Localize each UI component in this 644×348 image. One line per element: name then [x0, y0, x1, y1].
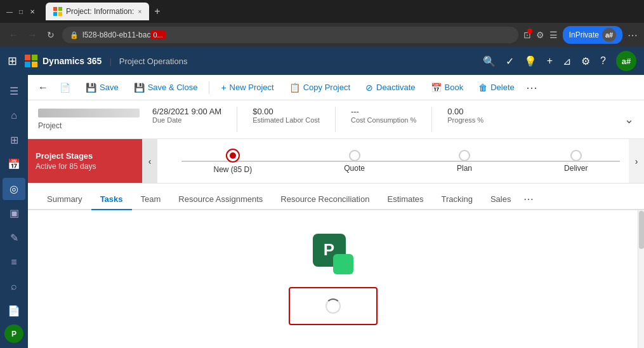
- add-icon[interactable]: +: [547, 55, 553, 67]
- copy-project-button[interactable]: 📋 Copy Project: [283, 79, 357, 96]
- stages-next-button[interactable]: ›: [629, 139, 644, 184]
- collections-icon[interactable]: ☰: [549, 30, 558, 40]
- sidebar-document-icon[interactable]: 📄: [3, 300, 25, 323]
- new-project-button[interactable]: + New Project: [214, 79, 280, 96]
- address-highlight: 0...: [150, 30, 165, 39]
- more-commands-button[interactable]: ⋯: [523, 78, 540, 97]
- due-date-label: Due Date: [152, 116, 221, 124]
- extension-icon[interactable]: ⚙: [536, 30, 544, 40]
- save-close-icon: 💾: [134, 83, 145, 93]
- stage-item-deliver[interactable]: Deliver: [564, 150, 588, 173]
- sidebar-list-icon[interactable]: ≡: [3, 251, 25, 274]
- meta-separator-1: [237, 107, 237, 132]
- stage-name-new: New (85 D): [214, 165, 253, 174]
- stage-item-quote[interactable]: Quote: [344, 150, 365, 173]
- save-close-button[interactable]: 💾 Save & Close: [128, 79, 204, 96]
- stage-name-quote: Quote: [344, 164, 365, 173]
- app-topbar: ⊞ Dynamics 365 | Project Operations 🔍 ✓ …: [0, 47, 644, 75]
- tab-resource-reconciliation[interactable]: Resource Reconciliation: [272, 189, 378, 210]
- ms-project-logo: P: [313, 234, 353, 274]
- inprivate-button[interactable]: InPrivate a#: [563, 26, 622, 44]
- content-area: ← 📄 💾 Save 💾 Save & Close + New Project …: [28, 75, 644, 348]
- active-tab[interactable]: Project: Information: ×: [46, 3, 149, 20]
- book-button[interactable]: 📅 Book: [424, 79, 470, 96]
- back-button[interactable]: ←: [36, 79, 51, 96]
- form-type-icon: 📄: [53, 79, 77, 96]
- tab-team[interactable]: Team: [132, 189, 170, 210]
- meta-separator-3: [431, 107, 432, 132]
- sidebar-collapse-icon[interactable]: ☰: [3, 80, 25, 102]
- new-tab-button[interactable]: +: [154, 6, 160, 17]
- tab-tasks[interactable]: Tasks: [91, 189, 132, 210]
- tab-sales[interactable]: Sales: [482, 189, 520, 210]
- sidebar-package-icon[interactable]: ▣: [3, 203, 25, 225]
- tab-summary[interactable]: Summary: [38, 189, 91, 210]
- tab-more-button[interactable]: ⋯: [520, 188, 537, 210]
- tab-bar: Project: Information: × +: [46, 0, 639, 23]
- browser-avatar: a#: [602, 28, 616, 42]
- stage-circle-deliver: [570, 150, 582, 161]
- deactivate-button[interactable]: ⊘ Deactivate: [359, 79, 421, 96]
- sidebar-user-icon[interactable]: P: [4, 325, 23, 343]
- sidebar-edit-icon[interactable]: ✎: [3, 227, 25, 249]
- project-title-section: Project: [38, 109, 140, 130]
- red-dot-indicator: [527, 29, 532, 34]
- sidebar-search-icon[interactable]: ⌕: [3, 276, 25, 298]
- svg-rect-0: [53, 7, 57, 11]
- meta-separator-2: [335, 107, 336, 132]
- stages-prev-button[interactable]: ‹: [142, 139, 157, 184]
- cast-icon[interactable]: ⊡: [523, 30, 531, 40]
- sidebar-home-icon[interactable]: ⌂: [3, 105, 25, 127]
- ms-logo-yellow: [32, 62, 37, 67]
- address-text: l528-b8d0-eb11-bac0...: [82, 30, 511, 39]
- address-bar[interactable]: 🔒 l528-b8d0-eb11-bac0...: [62, 27, 518, 43]
- forward-nav-button[interactable]: →: [25, 29, 39, 41]
- copy-project-label: Copy Project: [303, 83, 350, 92]
- project-header: Project 6/28/2021 9:00 AM Due Date $0.00…: [28, 100, 644, 139]
- svg-rect-1: [58, 7, 62, 11]
- app-brand-name: Dynamics 365: [43, 56, 102, 66]
- back-nav-button[interactable]: ←: [6, 29, 20, 41]
- settings-icon[interactable]: ⚙: [581, 55, 590, 67]
- refresh-button[interactable]: ↻: [44, 29, 57, 41]
- labor-cost-value: $0.00: [253, 107, 320, 116]
- main-content: P: [28, 210, 638, 348]
- sidebar-calendar-icon[interactable]: 📅: [3, 154, 25, 176]
- waffle-menu-icon[interactable]: ⊞: [8, 54, 17, 68]
- stage-item-new[interactable]: New (85 D): [214, 149, 253, 174]
- browser-menu-button[interactable]: ⋯: [628, 29, 638, 41]
- tab-close-button[interactable]: ×: [138, 8, 141, 15]
- microsoft-logo: [25, 55, 37, 67]
- progress-label: Progress %: [447, 116, 483, 124]
- user-avatar[interactable]: a#: [616, 51, 636, 71]
- scrollbar-track[interactable]: [638, 210, 644, 348]
- sidebar-grid-icon[interactable]: ⊞: [3, 129, 25, 151]
- tab-tracking[interactable]: Tracking: [433, 189, 482, 210]
- stage-item-plan[interactable]: Plan: [457, 150, 472, 173]
- tab-estimates[interactable]: Estimates: [378, 189, 432, 210]
- scrollbar-thumb[interactable]: [639, 211, 644, 249]
- close-button[interactable]: ✕: [28, 7, 37, 16]
- loading-spinner: [325, 298, 341, 314]
- stage-name-deliver: Deliver: [564, 164, 588, 173]
- filter-icon[interactable]: ⊿: [563, 55, 571, 67]
- minimize-button[interactable]: —: [5, 7, 14, 16]
- delete-button[interactable]: 🗑 Delete: [472, 79, 521, 96]
- search-icon[interactable]: 🔍: [483, 55, 496, 67]
- tab-resource-assignments[interactable]: Resource Assignments: [169, 189, 272, 210]
- topbar-icons: 🔍 ✓ 💡 + ⊿ ⚙ ? a#: [483, 51, 636, 71]
- ms-logo-blue: [25, 62, 30, 67]
- sidebar-project-icon[interactable]: ◎: [3, 178, 25, 200]
- alerts-icon[interactable]: 💡: [524, 55, 537, 67]
- chevron-down-icon[interactable]: ⌄: [624, 112, 634, 126]
- browser-actions: ⊡ ⚙ ☰ InPrivate a# ⋯: [523, 26, 638, 44]
- copy-icon: 📋: [289, 83, 300, 93]
- tab-favicon: [53, 7, 62, 16]
- maximize-button[interactable]: □: [16, 7, 25, 16]
- cost-consumption-value: ---: [351, 107, 416, 116]
- deactivate-icon: ⊘: [365, 83, 373, 93]
- tasks-icon[interactable]: ✓: [506, 55, 514, 67]
- help-icon[interactable]: ?: [600, 55, 606, 67]
- command-bar: ← 📄 💾 Save 💾 Save & Close + New Project …: [28, 75, 644, 100]
- save-button[interactable]: 💾 Save: [79, 79, 125, 96]
